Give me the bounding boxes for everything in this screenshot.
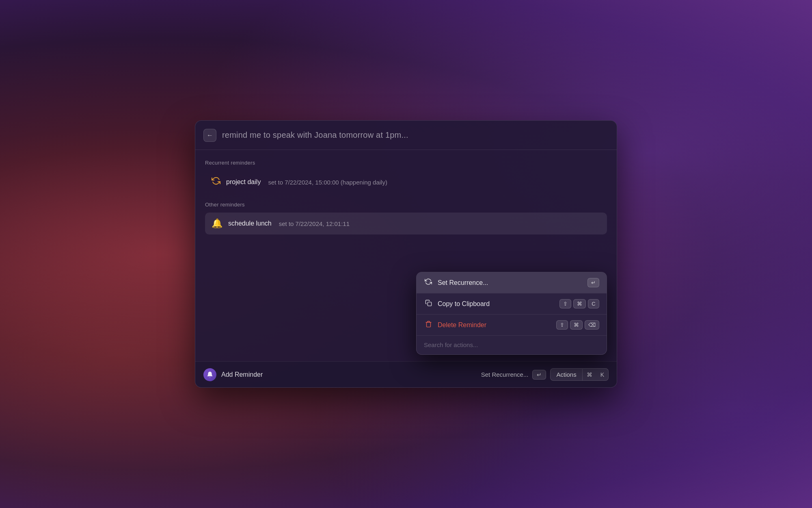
enter-shortcut-key: ↵	[587, 278, 599, 287]
reminder-item-project-daily[interactable]: project daily set to 7/22/2024, 15:00:00…	[205, 171, 607, 193]
menu-item-copy-left: Copy to Clipboard	[424, 300, 490, 308]
bottom-right-controls: Set Recurrence... ↵ Actions ⌘ K	[481, 368, 609, 381]
bottom-bar: Add Reminder Set Recurrence... ↵ Actions…	[195, 361, 617, 387]
reminder-item-schedule-lunch[interactable]: 🔔 schedule lunch set to 7/22/2024, 12:01…	[205, 213, 607, 234]
add-reminder-icon	[203, 368, 216, 381]
app-window: ← remind me to speak with Joana tomorrow…	[195, 120, 617, 388]
recurrent-reminder-icon	[212, 176, 220, 188]
set-recurrence-shortcuts: ↵	[587, 278, 599, 287]
add-reminder-label: Add Reminder	[221, 371, 263, 378]
copy-shortcut-c: C	[588, 299, 599, 308]
delete-shortcut-shift: ⇧	[556, 320, 568, 330]
copy-shortcut-shift: ⇧	[559, 299, 571, 308]
svg-rect-0	[428, 302, 431, 306]
menu-item-set-recurrence[interactable]: Set Recurrence... ↵	[417, 272, 607, 293]
copy-clipboard-shortcuts: ⇧ ⌘ C	[559, 299, 599, 308]
context-menu: Set Recurrence... ↵ Copy to Clipboard ⇧	[416, 272, 607, 355]
copy-clipboard-icon	[424, 300, 433, 308]
bottom-enter-key: ↵	[532, 370, 546, 380]
menu-item-copy-clipboard[interactable]: Copy to Clipboard ⇧ ⌘ C	[417, 293, 607, 314]
delete-shortcut-backspace: ⌫	[585, 320, 599, 330]
back-icon: ←	[207, 132, 213, 139]
add-reminder-button[interactable]: Add Reminder	[203, 368, 263, 381]
actions-label: Actions	[551, 369, 582, 380]
actions-k-key: K	[596, 369, 608, 380]
section-label-other: Other reminders	[205, 202, 607, 208]
copy-shortcut-cmd: ⌘	[573, 299, 586, 308]
set-recurrence-icon	[424, 278, 433, 287]
reminder-name-schedule-lunch: schedule lunch	[228, 220, 272, 227]
delete-reminder-shortcuts: ⇧ ⌘ ⌫	[556, 320, 599, 330]
reminder-name-project-daily: project daily	[226, 178, 261, 186]
menu-item-delete-reminder[interactable]: Delete Reminder ⇧ ⌘ ⌫	[417, 315, 607, 335]
copy-clipboard-label: Copy to Clipboard	[438, 300, 490, 308]
actions-group[interactable]: Actions ⌘ K	[550, 368, 609, 381]
bottom-set-recurrence-label: Set Recurrence...	[481, 371, 529, 378]
other-reminder-icon: 🔔	[212, 218, 222, 229]
delete-reminder-icon	[424, 321, 433, 330]
search-bar: ← remind me to speak with Joana tomorrow…	[195, 121, 617, 150]
menu-item-set-recurrence-left: Set Recurrence...	[424, 278, 488, 287]
menu-item-delete-left: Delete Reminder	[424, 321, 486, 330]
section-label-recurrent: Recurrent reminders	[205, 160, 607, 166]
actions-cmd-key: ⌘	[583, 369, 596, 380]
menu-search-area[interactable]	[417, 336, 607, 354]
search-query-text: remind me to speak with Joana tomorrow a…	[222, 130, 408, 140]
reminder-detail-project-daily: set to 7/22/2024, 15:00:00 (happening da…	[268, 179, 387, 186]
menu-search-input[interactable]	[424, 341, 599, 348]
reminder-detail-schedule-lunch: set to 7/22/2024, 12:01:11	[279, 220, 350, 227]
delete-reminder-label: Delete Reminder	[438, 321, 486, 329]
delete-shortcut-cmd: ⌘	[570, 320, 583, 330]
set-recurrence-label: Set Recurrence...	[438, 279, 488, 287]
back-button[interactable]: ←	[203, 129, 216, 142]
